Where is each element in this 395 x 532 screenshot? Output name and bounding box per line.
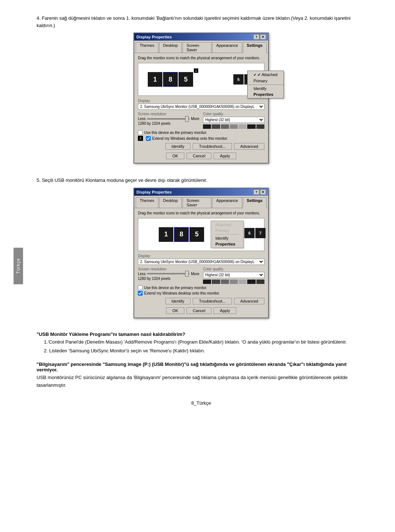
dialog2-hint: Drag the monitor icons to match the phys… [138, 211, 264, 215]
checkbox-row2-2: Extend my Windows desktop onto this moni… [138, 291, 264, 296]
display-section-2: Display: 2. Samsung UbiSync Monitor (USB… [138, 254, 264, 265]
primary-monitor-checkbox[interactable] [138, 130, 143, 135]
quality-select[interactable]: Highest (32 bit) [203, 117, 264, 123]
bilgisayar-heading: "Bilgisayarım" penceresinde "Samsung ima… [37, 361, 366, 372]
resolution-text: 1280 by 1024 pixels [138, 121, 199, 125]
resolution-text-2: 1280 by 1024 pixels [138, 277, 199, 281]
dialog1-body: Drag the monitor icons to match the phys… [134, 53, 268, 163]
color-quality-col: Color quality Highest (32 bit) [203, 112, 264, 129]
mid-buttons: Identify Troubleshoot... Advanced [138, 143, 264, 150]
tab2-desktop[interactable]: Desktop [159, 197, 182, 208]
more-label: More [191, 117, 199, 121]
step4-block: 4. Farenin sağ düğmesini tıklatın ve son… [37, 15, 366, 164]
monitor-group-right-2: 6 7 [244, 228, 266, 238]
troubleshoot-button-1[interactable]: Troubleshoot... [193, 143, 232, 150]
context-menu-1: ✔ Attached Primary Identify Properties [247, 71, 284, 98]
color-block2-2 [212, 280, 220, 284]
dialog2-monitor-area: 1 8 5 Attached Primary Identify Properti… [138, 218, 264, 251]
color-block2-5 [238, 280, 247, 284]
cancel-button-2[interactable]: Cancel [187, 307, 211, 314]
apply-button-2[interactable]: Apply [214, 307, 236, 314]
tab-desktop[interactable]: Desktop [159, 42, 182, 53]
troubleshoot-button-2[interactable]: Troubleshoot... [193, 298, 232, 304]
tab2-screensaver[interactable]: Screen Saver [183, 197, 211, 208]
slider-thumb-2[interactable] [185, 271, 189, 277]
menu-properties[interactable]: Properties [248, 91, 283, 97]
tab-appearance[interactable]: Appearance [212, 42, 242, 53]
screen-res-col-2: Screen resolution Less More 1280 by 1024… [138, 267, 199, 284]
primary-monitor-label: Use this device as the primary monitor. [144, 131, 207, 135]
dialog2-titlebar: Display Properties ? ✕ [134, 188, 268, 196]
tab-screensaver[interactable]: Screen Saver [183, 42, 211, 53]
slider-thumb[interactable] [185, 116, 189, 122]
dialog2: Display Properties ? ✕ Themes Desktop Sc… [133, 188, 269, 318]
screen-res-label: Screen resolution [138, 112, 199, 116]
monitor-5[interactable]: 5 [178, 72, 193, 87]
slider-area-2: Less More [138, 272, 199, 276]
quality-select-2[interactable]: Highest (32 bit) [203, 272, 264, 278]
menu2-properties[interactable]: Properties [215, 241, 239, 247]
dialog1: Display Properties ? ✕ Themes Desktop Sc… [133, 33, 269, 164]
close-button[interactable]: ✕ [260, 34, 266, 40]
identify-button-2[interactable]: Identify [165, 298, 191, 304]
apply-button-1[interactable]: Apply [214, 153, 236, 159]
screen-res-col: Screen resolution Less More 1280 by 1024… [138, 112, 199, 129]
monitor2-8[interactable]: 8 [174, 227, 189, 242]
dialog2-tabs: Themes Desktop Screen Saver Appearance S… [134, 196, 268, 208]
tab2-themes[interactable]: Themes [136, 197, 158, 208]
monitor2-7[interactable]: 7 [255, 228, 266, 238]
screen-res-label-2: Screen resolution [138, 267, 199, 271]
advanced-button-2[interactable]: Advanced [234, 298, 264, 304]
help-button[interactable]: ? [253, 34, 259, 40]
mid-buttons-2: Identify Troubleshoot... Advanced [138, 298, 264, 304]
monitor2-6[interactable]: 6 [244, 228, 255, 238]
color-quality-label: Color quality [203, 112, 264, 116]
checkbox-row-1: Use this device as the primary monitor. [138, 130, 264, 135]
close-button-2[interactable]: ✕ [260, 190, 266, 195]
color-block2-4 [230, 280, 238, 284]
dialog1-tabs: Themes Desktop Screen Saver Appearance S… [134, 41, 268, 53]
display-label-2: Display: [138, 254, 264, 258]
checkbox-row-2: 2 Extend my Windows desktop onto this mo… [138, 136, 264, 141]
advanced-button-1[interactable]: Advanced [234, 143, 264, 150]
two-col-section: Screen resolution Less More 1280 by 1024… [138, 112, 264, 129]
extend-desktop-checkbox-2[interactable] [138, 291, 143, 296]
cancel-button-1[interactable]: Cancel [187, 153, 211, 159]
help-button-2[interactable]: ? [253, 190, 259, 195]
tab-settings[interactable]: Settings [243, 42, 267, 53]
menu-attached[interactable]: ✔ Attached [248, 72, 283, 78]
ok-button-2[interactable]: OK [166, 307, 184, 314]
display-section: Display: 2. Samsung UbiSync Monitor (USB… [138, 99, 264, 110]
slider-track-2[interactable] [147, 273, 189, 274]
bilgisayar-section: "Bilgisayarım" penceresinde "Samsung ima… [37, 361, 366, 389]
monitor2-5[interactable]: 5 [189, 227, 204, 242]
tab2-appearance[interactable]: Appearance [212, 197, 242, 208]
display-select-2[interactable]: 2. Samsung UbiSync Monitor (USB_000000H1… [138, 259, 264, 265]
display-select[interactable]: 2. Samsung UbiSync Monitor (USB_000000H1… [138, 104, 264, 110]
color-block-7 [256, 124, 264, 129]
monitor-8[interactable]: 8 [163, 72, 178, 87]
uninstall-item-1: 1.'Control Panel'de (Denetim Masası) 'Ad… [44, 338, 366, 346]
color-block-5 [238, 124, 247, 129]
monitor-1[interactable]: 1 [148, 72, 162, 87]
color-block-4 [230, 124, 238, 129]
dialog1-titlebar-buttons: ? ✕ [253, 34, 266, 40]
menu-primary[interactable]: Primary [248, 78, 283, 84]
tab2-settings[interactable]: Settings [243, 197, 267, 208]
color-block2-1 [203, 280, 211, 284]
menu2-identify[interactable]: Identify [215, 235, 239, 241]
color-blocks [203, 124, 264, 129]
primary-monitor-checkbox-2[interactable] [138, 285, 143, 290]
slider-track[interactable] [147, 118, 189, 120]
menu-identify[interactable]: Identify [248, 86, 283, 91]
checkbox-row2-1: Use this device as the primary monitor. [138, 285, 264, 290]
monitor2-1[interactable]: 1 [159, 227, 173, 242]
extend-desktop-checkbox[interactable] [146, 136, 151, 141]
display-label: Display: [138, 99, 264, 103]
color-blocks-2 [203, 280, 264, 284]
identify-button-1[interactable]: Identify [165, 143, 191, 150]
monitor-icons-2: 1 8 5 Attached Primary Identify Properti… [159, 221, 244, 248]
tab-themes[interactable]: Themes [136, 42, 158, 53]
monitor-6[interactable]: 6 [233, 74, 244, 85]
ok-button-1[interactable]: OK [166, 153, 184, 159]
